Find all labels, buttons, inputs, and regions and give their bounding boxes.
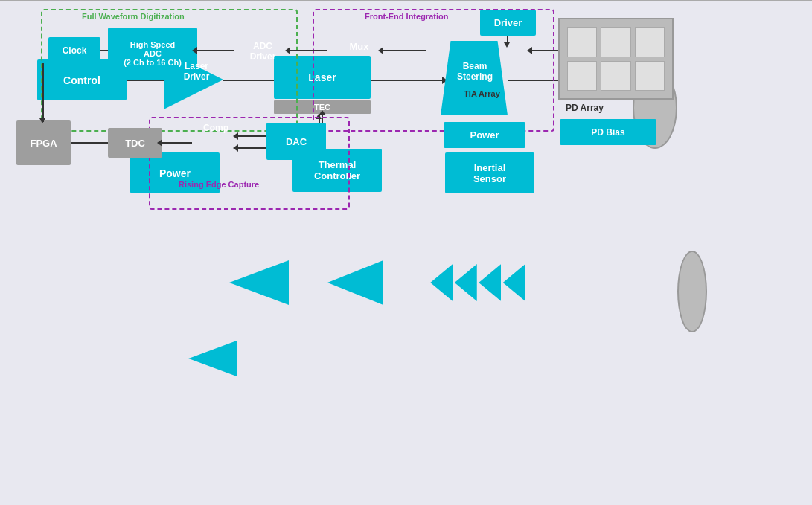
adc-driver-shape (229, 260, 289, 305)
front-end-label: Front-End Integration (365, 12, 448, 21)
adc-block: High Speed ADC (2 Ch to 16 Ch) (108, 28, 197, 80)
inertial-sensor-block: Inertial Sensor (445, 152, 534, 193)
fpga-block: FPGA (16, 120, 71, 165)
full-waveform-label: Full Waveform Digitization (82, 12, 185, 21)
tia-tri-4 (503, 264, 525, 301)
pd-array-label: PD Array (566, 103, 604, 113)
rising-edge-label: Rising Edge Capture (179, 180, 259, 189)
power-receive-block: Power (444, 122, 525, 148)
pd-cell-4 (567, 61, 597, 91)
arrow-clock-fpga-v (42, 63, 44, 80)
tia-tri-2 (455, 264, 477, 301)
arrow-fpga-tdc (71, 142, 108, 144)
arrow-dac-comp-h2 (238, 147, 268, 149)
tia-tri-3 (479, 264, 501, 301)
pd-cell-1 (567, 27, 597, 57)
tia-array-container (426, 257, 530, 309)
tia-tri-1 (430, 264, 453, 301)
receive-lens (677, 251, 707, 332)
arrow-comp-tdc (162, 142, 192, 144)
pd-cell-5 (601, 61, 630, 91)
arrow-fpga-v (42, 79, 44, 122)
dac-block: DAC (266, 123, 326, 160)
transmit-section: Control Laser Driver Laser TEC Thermal C… (0, 0, 812, 1)
tdc-block: TDC (108, 128, 162, 158)
mux-shape (327, 260, 383, 305)
arrow-adcdrv-adc (197, 50, 234, 51)
arrow-tia-mux (383, 50, 426, 51)
pd-cell-2 (601, 27, 630, 57)
arrow-clock-adc (100, 50, 108, 51)
comp-shape (188, 341, 237, 376)
pd-cell-3 (635, 27, 665, 57)
pd-array-grid (558, 18, 674, 100)
arrow-dac-comp-h (238, 135, 268, 137)
pd-cell-6 (635, 61, 665, 91)
pd-bias-block: PD Bias (560, 119, 656, 145)
arrow-mux-adcdrv (290, 50, 327, 51)
front-end-box (313, 9, 554, 132)
tia-label: TIA Array (432, 89, 532, 98)
arrow-fpga-v-head (39, 118, 45, 123)
clock-block: Clock (48, 37, 100, 63)
